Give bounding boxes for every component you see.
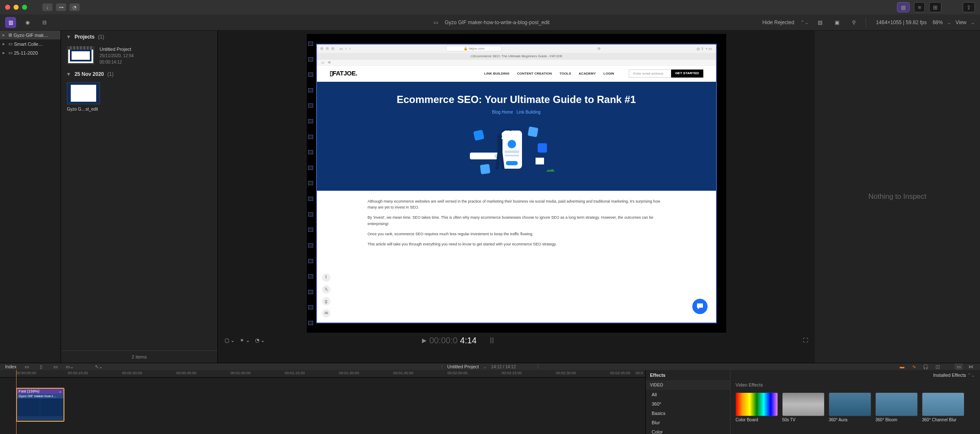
address-bar: 🔒 fatjoe.com: [446, 46, 502, 51]
insert-tool-button[interactable]: ▯: [37, 363, 45, 370]
google-icon: g: [322, 297, 330, 306]
browser-chrome: ▭ ‹› 🔒 fatjoe.com ⟳ ◎ ⇪ + ▭: [317, 45, 716, 53]
browser-footer: 2 items: [61, 351, 217, 363]
effect-item[interactable]: 360° Bloom: [875, 392, 918, 422]
project-item[interactable]: Untitled Project 25/11/2020, 12:54 00:00…: [61, 43, 217, 68]
share-button[interactable]: ⇪: [963, 2, 975, 12]
playhead[interactable]: [16, 370, 17, 434]
email-icon: ✉: [322, 309, 330, 317]
solo-button[interactable]: 🎧: [922, 363, 930, 370]
folder-icon: ▭: [8, 50, 12, 55]
effect-item[interactable]: Color Board: [736, 392, 778, 422]
timeline-ruler[interactable]: 00:00:00:00 00:00:15:00 00:00:30:00 00:0…: [0, 370, 645, 378]
photos-sidebar-button[interactable]: ◉: [22, 17, 33, 28]
transform-tool-button[interactable]: ▢ ⌄: [225, 337, 235, 343]
zoom-level[interactable]: 68%: [933, 19, 943, 25]
chevron-down-icon[interactable]: ⌄: [58, 389, 62, 393]
effects-header: Effects: [646, 370, 730, 380]
projects-header[interactable]: ▼ Projects (1): [61, 31, 217, 43]
overwrite-tool-button[interactable]: ▭⌄: [66, 363, 74, 370]
viewer-controls: ▢ ⌄ ✶ ⌄ ◔ ⌄ ▶ 00:00:04:14 ⛶: [218, 333, 815, 348]
effects-section-video: VIDEO: [646, 380, 730, 390]
keyword-button[interactable]: ⊶: [56, 3, 66, 11]
snapping-button[interactable]: ◫: [933, 363, 942, 370]
import-button[interactable]: ↓: [42, 3, 53, 11]
browser-tab: ▭ Ecommerce SEO: The Ultimate Beginners …: [317, 53, 716, 60]
minimize-window-button[interactable]: [14, 5, 19, 10]
timeline-track[interactable]: 00:00:00:00 00:00:15:00 00:00:30:00 00:0…: [0, 370, 645, 434]
projects-label: Projects: [75, 34, 94, 40]
filmstrip-marks: [307, 34, 314, 333]
timeline-next-button[interactable]: 〉: [537, 364, 541, 370]
fullscreen-button[interactable]: ⛶: [803, 337, 808, 343]
disclosure-arrow-icon[interactable]: ▸: [3, 50, 7, 56]
viewer-canvas[interactable]: ▭ ‹› 🔒 fatjoe.com ⟳ ◎ ⇪ + ▭ ▭ Ecommerce …: [307, 34, 726, 333]
disclosure-arrow-icon[interactable]: ▸: [3, 32, 7, 38]
library-item[interactable]: ▸ ▭ 25-11-2020: [0, 48, 61, 57]
search-icon[interactable]: ⚲: [849, 17, 860, 28]
audio-skimming-button[interactable]: ∿: [910, 363, 918, 370]
library-item-label: Gyzo GIF mak…: [14, 33, 48, 38]
background-tasks-button[interactable]: ◔: [69, 3, 80, 11]
effect-category[interactable]: Basics: [646, 409, 730, 418]
installed-effects-dropdown[interactable]: Installed Effects ⌃⌄: [933, 373, 975, 378]
effect-item[interactable]: 50s TV: [782, 392, 825, 422]
close-window-button[interactable]: [5, 5, 10, 10]
effects-categories: Effects VIDEO All 360° Basics Blur Color: [646, 370, 730, 434]
library-sidebar-button[interactable]: ▥: [5, 17, 16, 28]
audio-meter: [490, 337, 494, 343]
effect-item[interactable]: 360° Channel Blur: [922, 392, 964, 422]
select-tool-button[interactable]: ↖⌄: [94, 363, 103, 370]
clip-thumbnail[interactable]: [67, 82, 100, 104]
effects-browser-button[interactable]: ▭: [955, 363, 963, 370]
clip-appearance-button[interactable]: ▤: [815, 17, 826, 28]
append-tool-button[interactable]: ▭: [51, 363, 60, 370]
effect-category[interactable]: All: [646, 390, 730, 399]
inspector-empty-label: Nothing to Inspect: [868, 192, 926, 201]
color-panel-button[interactable]: ▦: [897, 2, 910, 12]
timecode-dim: 00:00:0: [429, 336, 458, 345]
viewer: ▭ ‹› 🔒 fatjoe.com ⟳ ◎ ⇪ + ▭ ▭ Ecommerce …: [218, 31, 815, 363]
effect-category[interactable]: Color: [646, 427, 730, 434]
disclosure-arrow-icon[interactable]: ▼: [66, 71, 71, 77]
titles-sidebar-button[interactable]: ⊟: [39, 17, 50, 28]
crop-tool-button[interactable]: ✶ ⌄: [240, 337, 250, 343]
hide-rejected-dropdown[interactable]: Hide Rejected: [762, 19, 794, 25]
library-item[interactable]: ▸ ⊞ Gyzo GIF mak…: [0, 31, 61, 39]
main-area: ▸ ⊞ Gyzo GIF mak… ▸ ▭ Smart Colle… ▸ ▭ 2…: [0, 31, 980, 363]
view-menu[interactable]: View: [955, 19, 966, 25]
inspector-panel-button[interactable]: ⊞: [929, 2, 941, 12]
play-button[interactable]: ▶: [422, 337, 427, 344]
timeline-clip[interactable]: Fast (159%)⌄ Gyzo GIF maker-how-t…: [16, 388, 64, 422]
facebook-icon: f: [322, 273, 330, 282]
library-item[interactable]: ▸ ▭ Smart Colle…: [0, 39, 61, 48]
window-controls: [5, 5, 27, 10]
maximize-window-button[interactable]: [22, 5, 27, 10]
timecode: 4:14: [460, 336, 477, 345]
effect-category[interactable]: Blur: [646, 418, 730, 427]
enhance-tool-button[interactable]: ◔ ⌄: [255, 337, 265, 343]
event-header[interactable]: ▼ 25 Nov 2020 (1): [61, 68, 217, 81]
audio-panel-button[interactable]: ≡: [914, 2, 925, 12]
site-header: ▯FATJOE. LINK BUILDING CONTENT CREATION …: [317, 66, 716, 82]
hero-section: Ecommerce SEO: Your Ultimate Guide to Ra…: [317, 82, 716, 191]
filter-button[interactable]: ▣: [832, 17, 843, 28]
disclosure-arrow-icon[interactable]: ▸: [3, 41, 7, 47]
connect-tool-button[interactable]: ▭: [22, 363, 31, 370]
svg-rect-11: [536, 158, 544, 164]
transitions-browser-button[interactable]: ⋈: [966, 363, 975, 370]
index-button[interactable]: Index: [5, 364, 17, 369]
disclosure-arrow-icon[interactable]: ▼: [66, 34, 71, 40]
effect-category[interactable]: 360°: [646, 399, 730, 409]
svg-rect-2: [505, 150, 519, 153]
svg-rect-7: [473, 129, 484, 140]
svg-rect-10: [480, 164, 490, 174]
effects-grid-panel: Installed Effects ⌃⌄ Video Effects Color…: [730, 370, 980, 434]
site-logo: ▯FATJOE.: [330, 70, 357, 77]
skimming-button[interactable]: ▬: [898, 363, 906, 370]
chevron-down-icon: ⌄: [971, 19, 975, 25]
project-date: 25/11/2020, 12:54: [100, 53, 134, 58]
timeline-project-name[interactable]: Untitled Project: [447, 364, 479, 369]
effect-item[interactable]: 360° Aura: [829, 392, 871, 422]
timeline-prev-button[interactable]: 〈: [439, 364, 443, 370]
